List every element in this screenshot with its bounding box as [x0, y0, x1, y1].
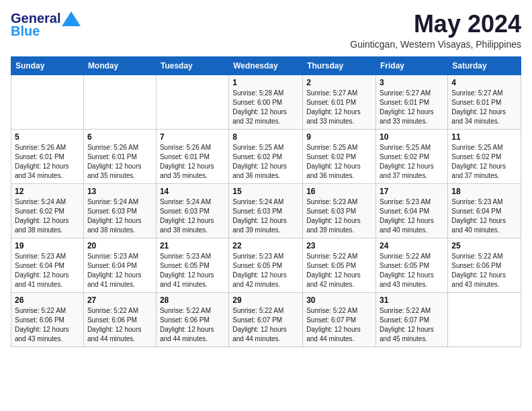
- calendar-cell: 15Sunrise: 5:24 AM Sunset: 6:03 PM Dayli…: [229, 183, 303, 238]
- header-thursday: Thursday: [303, 56, 376, 75]
- header-tuesday: Tuesday: [156, 56, 228, 75]
- cell-info: Sunrise: 5:23 AM Sunset: 6:04 PM Dayligh…: [451, 197, 517, 235]
- cell-day-number: 28: [160, 295, 225, 305]
- cell-day-number: 12: [15, 187, 80, 196]
- calendar-week-3: 12Sunrise: 5:24 AM Sunset: 6:02 PM Dayli…: [11, 183, 521, 238]
- calendar-cell: 23Sunrise: 5:22 AM Sunset: 6:05 PM Dayli…: [303, 238, 376, 292]
- header-monday: Monday: [83, 56, 156, 75]
- cell-info: Sunrise: 5:25 AM Sunset: 6:02 PM Dayligh…: [232, 143, 299, 181]
- cell-info: Sunrise: 5:22 AM Sunset: 6:05 PM Dayligh…: [380, 252, 444, 289]
- cell-info: Sunrise: 5:23 AM Sunset: 6:03 PM Dayligh…: [306, 197, 372, 235]
- cell-day-number: 20: [87, 241, 152, 250]
- header-wednesday: Wednesday: [229, 56, 303, 75]
- cell-day-number: 2: [306, 78, 372, 87]
- logo: General Blue: [11, 11, 81, 39]
- calendar-week-2: 5Sunrise: 5:26 AM Sunset: 6:01 PM Daylig…: [11, 129, 521, 183]
- title-area: May 2024 Guinticgan, Western Visayas, Ph…: [350, 11, 521, 50]
- calendar-cell: 13Sunrise: 5:24 AM Sunset: 6:03 PM Dayli…: [83, 183, 156, 238]
- calendar-cell: 14Sunrise: 5:24 AM Sunset: 6:03 PM Dayli…: [156, 183, 228, 238]
- cell-info: Sunrise: 5:23 AM Sunset: 6:05 PM Dayligh…: [232, 252, 299, 289]
- cell-info: Sunrise: 5:22 AM Sunset: 6:07 PM Dayligh…: [380, 306, 444, 344]
- cell-day-number: 22: [232, 241, 299, 250]
- cell-day-number: 13: [87, 187, 152, 196]
- cell-info: Sunrise: 5:27 AM Sunset: 6:01 PM Dayligh…: [380, 89, 444, 126]
- calendar-cell: 29Sunrise: 5:22 AM Sunset: 6:07 PM Dayli…: [229, 292, 303, 347]
- calendar-cell: 16Sunrise: 5:23 AM Sunset: 6:03 PM Dayli…: [303, 183, 376, 238]
- calendar-table: Sunday Monday Tuesday Wednesday Thursday…: [11, 56, 521, 347]
- calendar-cell: 9Sunrise: 5:25 AM Sunset: 6:02 PM Daylig…: [303, 129, 376, 183]
- cell-day-number: 31: [380, 295, 444, 305]
- calendar-cell: 18Sunrise: 5:23 AM Sunset: 6:04 PM Dayli…: [448, 183, 521, 238]
- svg-marker-0: [62, 11, 81, 26]
- cell-day-number: 26: [15, 295, 80, 305]
- cell-day-number: 11: [451, 132, 517, 142]
- cell-info: Sunrise: 5:23 AM Sunset: 6:04 PM Dayligh…: [380, 197, 444, 235]
- calendar-cell: [448, 292, 521, 347]
- calendar-week-5: 26Sunrise: 5:22 AM Sunset: 6:06 PM Dayli…: [11, 292, 521, 347]
- cell-day-number: 24: [380, 241, 444, 250]
- cell-day-number: 9: [306, 132, 372, 142]
- header-sunday: Sunday: [11, 56, 84, 75]
- cell-day-number: 16: [306, 187, 372, 196]
- calendar-cell: 5Sunrise: 5:26 AM Sunset: 6:01 PM Daylig…: [11, 129, 84, 183]
- cell-info: Sunrise: 5:23 AM Sunset: 6:04 PM Dayligh…: [15, 252, 80, 289]
- calendar-cell: 28Sunrise: 5:22 AM Sunset: 6:06 PM Dayli…: [156, 292, 228, 347]
- calendar-cell: 26Sunrise: 5:22 AM Sunset: 6:06 PM Dayli…: [11, 292, 84, 347]
- calendar-cell: 2Sunrise: 5:27 AM Sunset: 6:01 PM Daylig…: [303, 75, 376, 129]
- cell-info: Sunrise: 5:24 AM Sunset: 6:03 PM Dayligh…: [160, 197, 225, 235]
- calendar-cell: 11Sunrise: 5:25 AM Sunset: 6:02 PM Dayli…: [448, 129, 521, 183]
- cell-info: Sunrise: 5:22 AM Sunset: 6:06 PM Dayligh…: [15, 306, 80, 344]
- cell-day-number: 19: [15, 241, 80, 250]
- header-saturday: Saturday: [448, 56, 521, 75]
- calendar-cell: 24Sunrise: 5:22 AM Sunset: 6:05 PM Dayli…: [376, 238, 448, 292]
- cell-day-number: 25: [451, 241, 517, 250]
- header: General Blue May 2024 Guinticgan, Wester…: [11, 11, 521, 50]
- cell-info: Sunrise: 5:26 AM Sunset: 6:01 PM Dayligh…: [15, 143, 80, 181]
- calendar-cell: 22Sunrise: 5:23 AM Sunset: 6:05 PM Dayli…: [229, 238, 303, 292]
- cell-info: Sunrise: 5:28 AM Sunset: 6:00 PM Dayligh…: [232, 89, 299, 126]
- cell-info: Sunrise: 5:24 AM Sunset: 6:03 PM Dayligh…: [232, 197, 299, 235]
- calendar-cell: 8Sunrise: 5:25 AM Sunset: 6:02 PM Daylig…: [229, 129, 303, 183]
- cell-info: Sunrise: 5:23 AM Sunset: 6:05 PM Dayligh…: [160, 252, 225, 289]
- cell-info: Sunrise: 5:22 AM Sunset: 6:07 PM Dayligh…: [306, 306, 372, 344]
- calendar-cell: 27Sunrise: 5:22 AM Sunset: 6:06 PM Dayli…: [83, 292, 156, 347]
- cell-day-number: 10: [380, 132, 444, 142]
- calendar-cell: 7Sunrise: 5:26 AM Sunset: 6:01 PM Daylig…: [156, 129, 228, 183]
- header-friday: Friday: [376, 56, 448, 75]
- calendar-week-1: 1Sunrise: 5:28 AM Sunset: 6:00 PM Daylig…: [11, 75, 521, 129]
- calendar-cell: 3Sunrise: 5:27 AM Sunset: 6:01 PM Daylig…: [376, 75, 448, 129]
- calendar-week-4: 19Sunrise: 5:23 AM Sunset: 6:04 PM Dayli…: [11, 238, 521, 292]
- logo-blue: Blue: [11, 24, 40, 39]
- cell-day-number: 3: [380, 78, 444, 87]
- calendar-cell: 6Sunrise: 5:26 AM Sunset: 6:01 PM Daylig…: [83, 129, 156, 183]
- cell-info: Sunrise: 5:22 AM Sunset: 6:06 PM Dayligh…: [451, 252, 517, 289]
- cell-day-number: 7: [160, 132, 225, 142]
- cell-day-number: 1: [232, 78, 299, 87]
- cell-info: Sunrise: 5:24 AM Sunset: 6:03 PM Dayligh…: [87, 197, 152, 235]
- calendar-cell: 17Sunrise: 5:23 AM Sunset: 6:04 PM Dayli…: [376, 183, 448, 238]
- cell-day-number: 14: [160, 187, 225, 196]
- cell-info: Sunrise: 5:25 AM Sunset: 6:02 PM Dayligh…: [306, 143, 372, 181]
- cell-day-number: 27: [87, 295, 152, 305]
- cell-info: Sunrise: 5:26 AM Sunset: 6:01 PM Dayligh…: [160, 143, 225, 181]
- cell-info: Sunrise: 5:25 AM Sunset: 6:02 PM Dayligh…: [380, 143, 444, 181]
- cell-info: Sunrise: 5:22 AM Sunset: 6:07 PM Dayligh…: [232, 306, 299, 344]
- cell-info: Sunrise: 5:22 AM Sunset: 6:06 PM Dayligh…: [87, 306, 152, 344]
- cell-day-number: 18: [451, 187, 517, 196]
- month-title: May 2024: [350, 11, 521, 38]
- calendar-cell: 10Sunrise: 5:25 AM Sunset: 6:02 PM Dayli…: [376, 129, 448, 183]
- calendar-cell: 19Sunrise: 5:23 AM Sunset: 6:04 PM Dayli…: [11, 238, 84, 292]
- calendar-cell: [156, 75, 228, 129]
- cell-info: Sunrise: 5:22 AM Sunset: 6:05 PM Dayligh…: [306, 252, 372, 289]
- cell-day-number: 5: [15, 132, 80, 142]
- calendar-cell: 4Sunrise: 5:27 AM Sunset: 6:01 PM Daylig…: [448, 75, 521, 129]
- calendar-cell: 31Sunrise: 5:22 AM Sunset: 6:07 PM Dayli…: [376, 292, 448, 347]
- cell-day-number: 23: [306, 241, 372, 250]
- cell-info: Sunrise: 5:27 AM Sunset: 6:01 PM Dayligh…: [451, 89, 517, 126]
- calendar-cell: 30Sunrise: 5:22 AM Sunset: 6:07 PM Dayli…: [303, 292, 376, 347]
- calendar-cell: 1Sunrise: 5:28 AM Sunset: 6:00 PM Daylig…: [229, 75, 303, 129]
- cell-info: Sunrise: 5:22 AM Sunset: 6:06 PM Dayligh…: [160, 306, 225, 344]
- cell-info: Sunrise: 5:23 AM Sunset: 6:04 PM Dayligh…: [87, 252, 152, 289]
- cell-info: Sunrise: 5:24 AM Sunset: 6:02 PM Dayligh…: [15, 197, 80, 235]
- calendar-cell: 25Sunrise: 5:22 AM Sunset: 6:06 PM Dayli…: [448, 238, 521, 292]
